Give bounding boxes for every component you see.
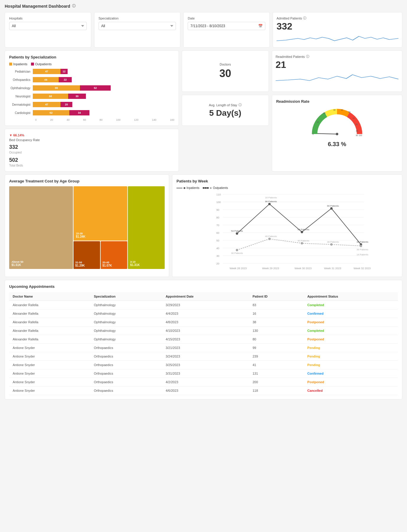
table-row: Alexander Rafella Ophthalmology 4/15/202… bbox=[9, 335, 398, 344]
svg-text:0: 0 bbox=[313, 133, 314, 135]
table-row: Alexander Rafella Ophthalmology 4/10/202… bbox=[9, 327, 398, 335]
readmitted-label: Readmitted Patients bbox=[276, 55, 305, 58]
svg-text:96 Patients: 96 Patients bbox=[265, 200, 277, 203]
svg-text:30 Patients: 30 Patients bbox=[231, 252, 243, 254]
appointments-table: Doctor Name Specialization Appointment D… bbox=[9, 292, 398, 395]
col-date: Appointment Date bbox=[162, 292, 249, 301]
treemap-col2: 15-30 $1.34K 31-50 $1.29K 20-40 $1.07K bbox=[73, 186, 127, 269]
admitted-patients-label: Admitted Patients bbox=[277, 17, 302, 20]
readmitted-value: 21 bbox=[276, 59, 286, 70]
svg-text:110: 110 bbox=[216, 193, 221, 196]
svg-point-33 bbox=[236, 232, 238, 235]
svg-text:36 Patients: 36 Patients bbox=[357, 248, 368, 251]
svg-text:Week 28 2023: Week 28 2023 bbox=[230, 267, 247, 270]
svg-text:50: 50 bbox=[216, 239, 219, 242]
avg-stay-card: Avg. Length of Stay ⓘ 5 Day(s) bbox=[182, 95, 269, 126]
bar-row: Dermatologist4720 bbox=[9, 102, 174, 107]
svg-point-34 bbox=[268, 203, 271, 205]
date-filter-card: Date 7/11/2023 - 8/10/2023 📅 bbox=[183, 12, 270, 48]
svg-text:40: 40 bbox=[341, 109, 343, 111]
total-beds-label: Total Beds bbox=[9, 164, 174, 167]
table-row: Antione Snyder Orthopaedics 4/6/2023 118… bbox=[9, 386, 398, 395]
bed-rate-badge: ▼ 66.14% bbox=[9, 133, 24, 137]
col-spec: Specialization bbox=[90, 292, 162, 301]
svg-point-46 bbox=[330, 243, 333, 246]
svg-text:100: 100 bbox=[359, 134, 362, 136]
appointments-title: Upcoming Appointments bbox=[9, 284, 398, 289]
svg-text:70: 70 bbox=[216, 224, 219, 227]
inpatient-legend-label: Inpatients bbox=[13, 62, 27, 66]
outpatient-week-legend-line bbox=[203, 187, 209, 189]
table-row: Antione Snyder Orthopaedics 3/25/2023 41… bbox=[9, 361, 398, 369]
bar-axis: 020406080100120140160 bbox=[9, 118, 174, 121]
treemap-area: Above 50 $1.51K 15-30 $1.34K 31-50 $1.29… bbox=[9, 186, 165, 269]
appointments-card: Upcoming Appointments Doctor Name Specia… bbox=[5, 280, 402, 399]
svg-text:46 Patients: 46 Patients bbox=[265, 235, 277, 238]
svg-text:20: 20 bbox=[216, 262, 219, 265]
calendar-icon: 📅 bbox=[258, 24, 263, 28]
bar-chart-area: Pediatrician4712Orthopaedics4422Ophthalm… bbox=[9, 69, 174, 115]
readmission-rate-title: Readmission Rate bbox=[276, 99, 398, 104]
svg-text:60: 60 bbox=[216, 231, 219, 234]
date-picker[interactable]: 7/11/2023 - 8/10/2023 📅 bbox=[188, 22, 265, 30]
svg-text:30: 30 bbox=[216, 254, 219, 257]
patients-by-specialization-card: Patients by Specialization Inpatients Ou… bbox=[5, 50, 179, 126]
table-row: Antione Snyder Orthopaedics 4/2/2023 200… bbox=[9, 378, 398, 386]
outpatient-legend-dot bbox=[31, 63, 34, 66]
readmitted-info-icon: ⓘ bbox=[306, 54, 309, 59]
treemap-cell-above50: Above 50 $1.51K bbox=[9, 186, 73, 269]
admitted-sparkline bbox=[277, 32, 398, 44]
hospitals-select[interactable]: All bbox=[9, 22, 87, 30]
svg-text:90: 90 bbox=[216, 208, 219, 211]
inpatient-legend-dot bbox=[9, 63, 12, 66]
bed-stats: 332 Occupied 502 Total Beds bbox=[9, 144, 174, 167]
page-title: Hospital Management Dashboard ⓘ bbox=[5, 4, 402, 9]
doctors-card: Doctors 30 bbox=[182, 50, 269, 92]
readmitted-sparkline bbox=[276, 70, 398, 82]
bar-row: Neurologist6030 bbox=[9, 94, 174, 99]
col-patient: Patient ID bbox=[249, 292, 304, 301]
bar-row: Orthopaedics4422 bbox=[9, 77, 174, 82]
occupied-num: 332 bbox=[9, 144, 174, 150]
readmitted-patients-card: Readmitted Patients ⓘ 21 bbox=[272, 50, 402, 92]
svg-text:40: 40 bbox=[216, 247, 219, 250]
svg-text:90 Patients: 90 Patients bbox=[327, 205, 339, 207]
admitted-patients-card: Admitted Patients ⓘ 332 bbox=[273, 12, 402, 48]
patients-by-week-title: Patients by Week bbox=[176, 179, 398, 183]
table-row: Antione Snyder Orthopaedics 3/21/2023 99… bbox=[9, 344, 398, 352]
col-doctor: Doctor Name bbox=[9, 292, 90, 301]
appointments-tbody: Alexander Rafella Ophthalmology 3/29/202… bbox=[9, 301, 398, 395]
gauge-svg: 0 10 20 30 40 50 60 70 80 90 100 bbox=[308, 107, 367, 139]
svg-text:70: 70 bbox=[355, 123, 358, 125]
svg-text:10: 10 bbox=[316, 121, 319, 123]
svg-text:38 Patients: 38 Patients bbox=[327, 241, 339, 243]
admitted-info-icon: ⓘ bbox=[303, 16, 306, 20]
hospitals-filter-card: Hospitals All bbox=[5, 12, 91, 48]
col-status: Appointment Status bbox=[304, 292, 398, 301]
svg-text:30: 30 bbox=[333, 109, 336, 111]
svg-text:Week 32 2023: Week 32 2023 bbox=[354, 267, 371, 270]
chart-legend: Inpatients Outpatients bbox=[9, 62, 174, 66]
inpatient-week-legend-line bbox=[176, 188, 182, 188]
svg-text:Week 31 2023: Week 31 2023 bbox=[324, 267, 341, 270]
occupied-label: Occupied bbox=[9, 151, 174, 154]
treemap-cell-2040: 20-40 $1.07K bbox=[101, 241, 127, 269]
treemap-cell-3150: 31-50 $1.29K bbox=[73, 241, 100, 269]
table-row: Antione Snyder Orthopaedics 3/24/2023 23… bbox=[9, 352, 398, 361]
treemap-cell-310: 3-10 $1.31K bbox=[128, 186, 165, 269]
svg-text:16 Patients: 16 Patients bbox=[265, 196, 277, 199]
svg-text:Week 30 2023: Week 30 2023 bbox=[295, 267, 312, 270]
svg-text:60: 60 bbox=[352, 117, 355, 119]
readmission-rate-value: 6.33 % bbox=[328, 141, 346, 148]
bed-occupancy-card: ▼ 66.14% Bed Occupancy Rate 332 Occupied… bbox=[5, 129, 179, 172]
svg-point-47 bbox=[360, 245, 362, 247]
svg-text:38 Patients: 38 Patients bbox=[357, 241, 368, 243]
specialization-select[interactable]: All bbox=[99, 22, 176, 30]
doctors-value: 30 bbox=[219, 67, 231, 80]
svg-text:80: 80 bbox=[216, 216, 219, 219]
hospitals-label: Hospitals bbox=[9, 17, 87, 20]
svg-point-36 bbox=[330, 207, 333, 210]
outpatient-legend-label: Outpatients bbox=[35, 62, 52, 66]
specialization-filter-card: Specialization All bbox=[94, 12, 181, 48]
table-row: Alexander Rafella Ophthalmology 3/29/202… bbox=[9, 301, 398, 309]
